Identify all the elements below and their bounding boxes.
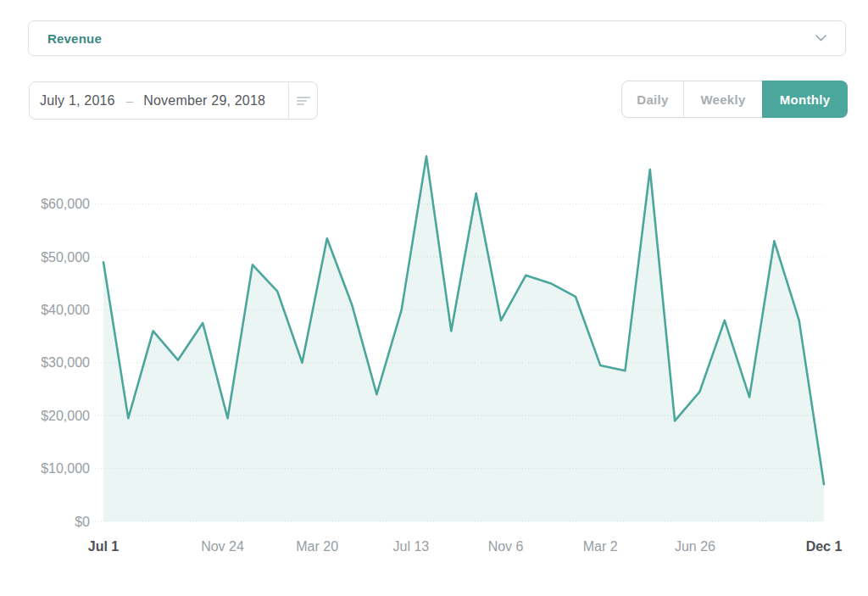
filter-lines-icon: [297, 96, 310, 106]
metric-select[interactable]: Revenue: [28, 20, 846, 56]
date-range-start: July 1, 2016: [40, 93, 115, 109]
date-range-presets-button[interactable]: [288, 82, 317, 119]
y-axis-tick-label: $50,000: [41, 250, 90, 265]
y-axis-tick-label: $30,000: [41, 355, 90, 370]
x-axis-tick-label: Nov 24: [201, 539, 244, 554]
y-axis-tick-label: $60,000: [41, 197, 90, 211]
date-range-end: November 29, 2018: [143, 93, 265, 109]
interval-toggle: Daily Weekly Monthly: [621, 81, 848, 118]
revenue-area: [103, 156, 824, 521]
x-axis-tick-label: Mar 20: [296, 539, 338, 554]
toggle-monthly[interactable]: Monthly: [762, 81, 848, 118]
y-axis-tick-label: $10,000: [41, 461, 90, 476]
date-range-separator: –: [126, 93, 134, 108]
date-range-text[interactable]: July 1, 2016 – November 29, 2018: [30, 82, 288, 119]
chevron-down-icon: [815, 35, 826, 42]
toggle-weekly[interactable]: Weekly: [683, 81, 762, 117]
x-axis-tick-label: Dec 1: [806, 539, 843, 554]
y-axis-tick-label: $40,000: [41, 303, 90, 317]
date-range-picker[interactable]: July 1, 2016 – November 29, 2018: [29, 81, 318, 120]
toggle-daily[interactable]: Daily: [622, 81, 683, 117]
x-axis-tick-label: Jun 26: [675, 539, 715, 554]
metric-select-value: Revenue: [47, 31, 102, 46]
x-axis-tick-label: Nov 6: [488, 539, 524, 554]
x-axis-tick-label: Jul 1: [88, 539, 120, 554]
y-axis-tick-label: $0: [75, 515, 90, 529]
y-axis-tick-label: $20,000: [41, 409, 90, 423]
x-axis-tick-label: Mar 2: [583, 539, 618, 554]
x-axis-tick-label: Jul 13: [393, 539, 430, 554]
